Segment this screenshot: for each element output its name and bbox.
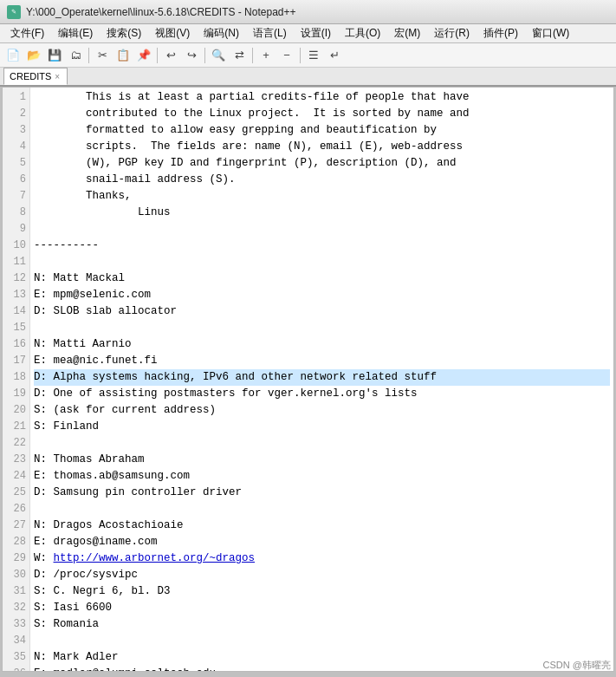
toolbar-sep-2 (157, 48, 158, 63)
tab-credits[interactable]: CREDITS × (3, 68, 68, 85)
line-number: 10 (6, 238, 26, 254)
code-line: S: (ask for current address) (34, 402, 610, 419)
code-area[interactable]: This is at least a partial credits-file … (30, 88, 613, 671)
line-number: 19 (6, 386, 26, 402)
undo-button[interactable]: ↩ (161, 46, 180, 65)
code-line: snail-mail address (S). (34, 172, 610, 188)
line-number: 12 (6, 270, 26, 287)
line-number: 13 (6, 287, 26, 303)
menu-item[interactable]: 搜索(S) (100, 25, 148, 42)
hyperlink[interactable]: http://www.arbornet.org/~dragos (54, 552, 256, 564)
cut-button[interactable]: ✂ (93, 46, 112, 65)
save-button[interactable]: 💾 (45, 46, 64, 65)
line-number: 35 (6, 649, 26, 666)
line-number: 22 (6, 435, 26, 452)
code-line: E: mea@nic.funet.fi (34, 353, 610, 369)
line-number: 7 (6, 188, 26, 205)
line-number: 21 (6, 419, 26, 435)
line-number: 6 (6, 172, 26, 188)
line-number: 2 (6, 106, 26, 122)
paste-button[interactable]: 📌 (134, 46, 153, 65)
menu-item[interactable]: 编码(N) (197, 25, 246, 42)
editor: 1234567891011121314151617181920212223242… (2, 87, 614, 672)
line-number: 32 (6, 600, 26, 616)
new-button[interactable]: 📄 (3, 46, 23, 65)
code-line: formatted to allow easy grepping and bea… (34, 122, 610, 139)
find-button[interactable]: 🔍 (209, 46, 228, 65)
menu-item[interactable]: 宏(M) (387, 25, 427, 42)
code-line: N: Thomas Abraham (34, 452, 610, 468)
code-line: D: Samsung pin controller driver (34, 485, 610, 501)
toolbar: 📄 📂 💾 🗂 ✂ 📋 📌 ↩ ↪ 🔍 ⇄ + − ☰ ↵ (0, 43, 616, 68)
watermark: CSDN @韩曜亮 (543, 659, 611, 672)
line-number: 1 (6, 89, 26, 106)
code-line: E: mpm@selenic.com (34, 287, 610, 303)
wrap-button[interactable]: ↵ (325, 46, 344, 65)
tab-label: CREDITS (10, 71, 51, 81)
line-number: 33 (6, 616, 26, 633)
line-number: 4 (6, 139, 26, 155)
code-line: ---------- (34, 238, 610, 254)
code-line: N: Dragos Acostachioaie (34, 518, 610, 534)
line-number: 8 (6, 205, 26, 221)
toolbar-sep-5 (300, 48, 301, 63)
code-line: S: Iasi 6600 (34, 600, 610, 616)
toolbar-sep-4 (252, 48, 253, 63)
line-number: 9 (6, 221, 26, 238)
menu-item[interactable]: 窗口(W) (525, 25, 576, 42)
menu-item[interactable]: 语言(L) (246, 25, 294, 42)
line-number: 24 (6, 468, 26, 485)
code-line: Thanks, (34, 188, 610, 205)
toolbar-sep-3 (204, 48, 205, 63)
line-number: 5 (6, 155, 26, 172)
line-number: 27 (6, 518, 26, 534)
title-text: Y:\000_Operate\kernel\linux-5.6.18\CREDI… (26, 6, 296, 18)
line-number: 14 (6, 303, 26, 320)
replace-button[interactable]: ⇄ (230, 46, 249, 65)
code-line (34, 435, 610, 452)
line-number: 29 (6, 550, 26, 567)
code-line: S: C. Negri 6, bl. D3 (34, 583, 610, 600)
line-number: 20 (6, 402, 26, 419)
code-line (34, 254, 610, 270)
menu-item[interactable]: 文件(F) (3, 25, 51, 42)
menu-item[interactable]: 编辑(E) (51, 25, 100, 42)
code-line: E: madler@alumni.caltech.edu (34, 666, 610, 671)
code-line: D: One of assisting postmasters for vger… (34, 386, 610, 402)
code-line: Linus (34, 205, 610, 221)
menu-item[interactable]: 工具(O) (338, 25, 387, 42)
menu-item[interactable]: 插件(P) (477, 25, 525, 42)
open-button[interactable]: 📂 (24, 46, 43, 65)
code-line: D: Alpha systems hacking, IPv6 and other… (34, 369, 610, 386)
line-number: 26 (6, 501, 26, 518)
code-line: W: http://www.arbornet.org/~dragos (34, 550, 610, 567)
line-number: 18 (6, 369, 26, 386)
menu-item[interactable]: 运行(R) (427, 25, 477, 42)
zoom-in-button[interactable]: + (256, 46, 276, 65)
code-line (34, 221, 610, 238)
code-line: E: thomas.ab@samsung.com (34, 468, 610, 485)
line-number: 34 (6, 633, 26, 649)
zoom-out-button[interactable]: − (277, 46, 296, 65)
menu-item[interactable]: 设置(I) (294, 25, 338, 42)
line-number: 31 (6, 583, 26, 600)
line-number: 23 (6, 452, 26, 468)
redo-button[interactable]: ↪ (182, 46, 201, 65)
line-number: 15 (6, 320, 26, 336)
line-number: 36 (6, 666, 26, 672)
tab-close-button[interactable]: × (55, 72, 60, 81)
code-line (34, 501, 610, 518)
save-all-button[interactable]: 🗂 (66, 46, 85, 65)
menu-bar: 文件(F)编辑(E)搜索(S)视图(V)编码(N)语言(L)设置(I)工具(O)… (0, 24, 616, 43)
app-icon: ✎ (7, 5, 21, 19)
align-button[interactable]: ☰ (304, 46, 323, 65)
code-line: contributed to the Linux project. It is … (34, 106, 610, 122)
copy-button[interactable]: 📋 (113, 46, 133, 65)
code-line: S: Finland (34, 419, 610, 435)
code-line (34, 633, 610, 649)
menu-item[interactable]: 视图(V) (148, 25, 197, 42)
code-line: scripts. The fields are: name (N), email… (34, 139, 610, 155)
code-line: D: SLOB slab allocator (34, 303, 610, 320)
line-number: 28 (6, 534, 26, 550)
code-line: (W), PGP key ID and fingerprint (P), des… (34, 155, 610, 172)
